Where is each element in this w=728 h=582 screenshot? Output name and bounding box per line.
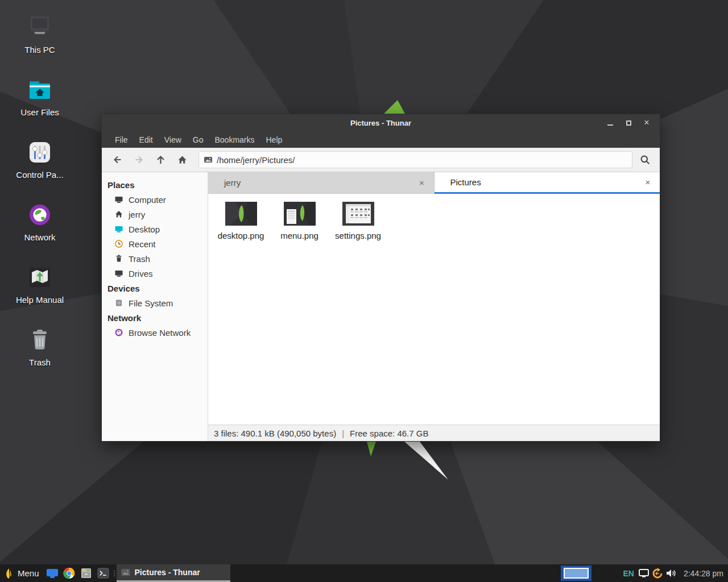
home-button[interactable]: [172, 151, 192, 168]
file-name: menu.png: [280, 231, 318, 240]
clock[interactable]: 2:44:28 pm: [678, 569, 728, 578]
chrome-icon: [63, 567, 75, 579]
sidebar-item-file-system[interactable]: File System: [102, 296, 208, 310]
back-icon: [113, 155, 122, 164]
updates-tray-button[interactable]: [651, 564, 664, 582]
task-image-icon: [121, 568, 130, 576]
distro-logo-icon: [3, 567, 14, 580]
volume-tray-button[interactable]: [664, 564, 678, 582]
desktop-icon-label: Help Manual: [16, 295, 64, 305]
user-files-icon: [26, 76, 53, 103]
keyboard-layout-indicator[interactable]: EN: [620, 569, 636, 578]
tab-close-icon[interactable]: ×: [643, 177, 653, 187]
sidebar-item-recent[interactable]: Recent: [102, 236, 208, 251]
file-system-drive-icon: [114, 298, 123, 307]
menu-help[interactable]: Help: [260, 131, 288, 148]
sidebar-item-label: jerry: [129, 210, 145, 219]
status-files-text: 3 files: 490.1 kB (490,050 bytes): [214, 429, 336, 438]
sidebar-item-drives[interactable]: Drives: [102, 266, 208, 281]
minimize-button[interactable]: [605, 118, 615, 128]
help-manual-icon: [26, 264, 53, 291]
tasklist-handle[interactable]: [112, 564, 117, 582]
desktop-icon-list: This PC User Files: [6, 14, 74, 389]
menubar: File Edit View Go Bookmarks Help: [102, 131, 660, 148]
menu-edit[interactable]: Edit: [134, 131, 159, 148]
minimize-icon: [607, 124, 613, 126]
up-button[interactable]: [151, 151, 170, 168]
network-icon: [26, 201, 53, 228]
sidebar-item-jerry[interactable]: jerry: [102, 207, 208, 222]
computer-icon: [114, 195, 123, 204]
start-menu-label: Menu: [18, 568, 39, 578]
trash-icon: [114, 254, 123, 263]
path-bar[interactable]: /home/jerry/Pictures/: [198, 151, 632, 168]
menu-go[interactable]: Go: [187, 131, 209, 148]
desktop-png-thumbnail: [225, 202, 257, 226]
sidebar-item-label: Computer: [129, 195, 166, 205]
taskbar: Menu: [0, 564, 728, 582]
close-button[interactable]: ×: [642, 118, 652, 128]
tab-label: jerry: [224, 178, 241, 188]
drives-icon: [114, 269, 123, 278]
close-icon: ×: [644, 118, 649, 127]
task-window-label: Pictures - Thunar: [135, 568, 200, 577]
back-button[interactable]: [107, 151, 127, 168]
workspace-pager[interactable]: [561, 566, 592, 581]
sidebar-item-computer[interactable]: Computer: [102, 192, 208, 207]
desktop-icon-user-files[interactable]: User Files: [6, 76, 74, 139]
desktop-icon-control-panel[interactable]: Control Pa...: [6, 139, 74, 201]
desktop-icon: [114, 225, 123, 234]
file-view[interactable]: desktop.png menu.png: [208, 194, 660, 425]
file-cabinet-icon: [80, 568, 92, 579]
sidebar-item-browse-network[interactable]: Browse Network: [102, 325, 208, 340]
sidebar-header-places[interactable]: Places: [102, 177, 208, 192]
desktop-icon-network[interactable]: Network: [6, 201, 74, 264]
display-settings-tray-button[interactable]: [637, 564, 651, 582]
sidebar-item-desktop[interactable]: Desktop: [102, 222, 208, 236]
chrome-launcher[interactable]: [61, 564, 78, 582]
desktop-icon-this-pc[interactable]: This PC: [6, 14, 74, 76]
display-icon: [639, 569, 649, 577]
file-name: settings.png: [335, 231, 381, 240]
search-button[interactable]: [635, 151, 655, 168]
menu-bookmarks[interactable]: Bookmarks: [209, 131, 260, 148]
trash-icon: [26, 326, 53, 354]
tab-close-icon[interactable]: ×: [417, 178, 427, 188]
status-bar: 3 files: 490.1 kB (490,050 bytes) | Free…: [208, 425, 660, 441]
desktop-wallpaper: This PC User Files: [0, 0, 728, 582]
titlebar[interactable]: Pictures - Thunar ×: [102, 114, 660, 131]
sidebar-item-label: Drives: [129, 269, 153, 278]
forward-button[interactable]: [129, 151, 148, 168]
active-workspace: [564, 568, 589, 579]
file-desktop-png[interactable]: desktop.png: [212, 198, 270, 240]
sidebar-header-devices[interactable]: Devices: [102, 281, 208, 296]
tab-jerry[interactable]: jerry ×: [208, 172, 435, 194]
sidebar-header-network[interactable]: Network: [102, 310, 208, 325]
home-icon: [114, 210, 123, 219]
desktop-icon-label: Network: [24, 232, 55, 242]
path-text: /home/jerry/Pictures/: [217, 155, 295, 165]
file-manager-launcher[interactable]: [78, 564, 95, 582]
desktop-icon-help-manual[interactable]: Help Manual: [6, 264, 74, 326]
toolbar: /home/jerry/Pictures/: [102, 148, 660, 172]
tab-pictures[interactable]: Pictures ×: [435, 172, 660, 194]
show-desktop-launcher[interactable]: [44, 564, 61, 582]
this-pc-icon: [26, 14, 53, 41]
desktop-icon-label: User Files: [20, 107, 59, 117]
sidebar-item-label: File System: [129, 298, 173, 308]
file-settings-png[interactable]: settings.png: [329, 198, 387, 240]
terminal-launcher[interactable]: [95, 564, 112, 582]
system-tray: EN 2:44:28 pm: [561, 564, 728, 582]
browse-network-globe-icon: [114, 328, 123, 337]
forward-icon: [134, 155, 144, 164]
menu-file[interactable]: File: [109, 131, 134, 148]
status-separator: |: [342, 429, 344, 438]
maximize-icon: [626, 120, 631, 126]
maximize-button[interactable]: [623, 118, 634, 128]
start-menu-button[interactable]: Menu: [0, 564, 44, 582]
taskbar-window-button[interactable]: Pictures - Thunar: [117, 564, 230, 582]
desktop-icon-trash[interactable]: Trash: [6, 326, 74, 389]
menu-view[interactable]: View: [159, 131, 187, 148]
sidebar-item-trash[interactable]: Trash: [102, 251, 208, 266]
file-menu-png[interactable]: menu.png: [270, 198, 329, 240]
